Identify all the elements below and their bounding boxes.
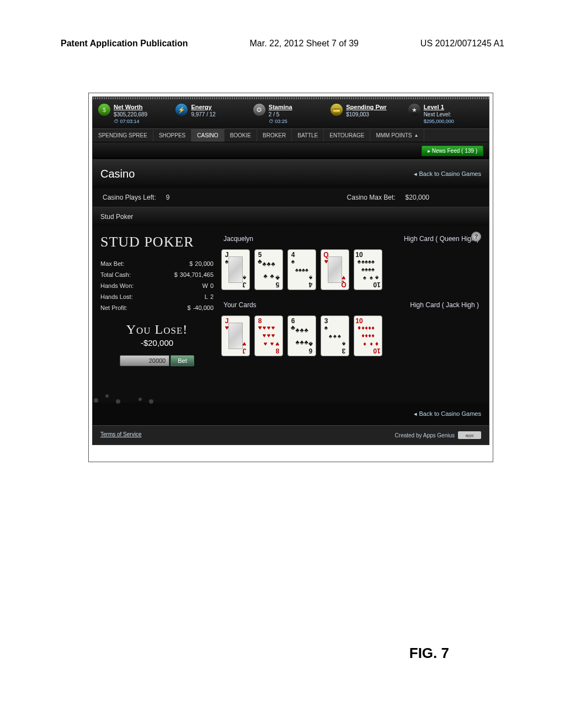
- figure-caption: FIG. 7: [409, 645, 449, 662]
- bottom-bar: Terms of Service Created by Apps Genius …: [93, 425, 489, 445]
- stat-timer: ⏱ 03:25: [269, 119, 292, 124]
- stat-key: Net Profit:: [100, 304, 145, 311]
- opponent-hand-label: Jacquelyn High Card ( Queen High ): [221, 234, 481, 244]
- terms-of-service-link[interactable]: Terms of Service: [100, 431, 141, 439]
- playing-card: 6♣♣♣♣♣♣♣6♣: [287, 315, 316, 356]
- back-to-games-link-bottom[interactable]: ◂ Back to Casino Games: [414, 410, 481, 417]
- nav-tabs: SPENDING SPREESHOPPESCASINOBOOKIEBROKERB…: [93, 129, 489, 142]
- stat-stamina: ✪ Stamina 2 / 5 ⏱ 03:25: [253, 104, 328, 124]
- game-right-panel: Jacquelyn High Card ( Queen High ) J♠J♠5…: [221, 234, 481, 395]
- playing-card: 4♠♠♠♠♠4♠: [287, 249, 316, 290]
- stat-value: $109,003: [346, 111, 386, 117]
- credit-text: Created by Apps Genius apps: [395, 431, 481, 439]
- stat-net-worth: $ Net Worth $305,220,689 ⏱ 07:03:14: [98, 104, 173, 124]
- section-title: Casino: [100, 168, 135, 180]
- tab-broker[interactable]: BROKER: [257, 129, 292, 142]
- playing-card: J♥J♥: [221, 315, 250, 356]
- plays-left-value: 9: [166, 194, 170, 201]
- stat-value: 2 / 5: [269, 111, 292, 117]
- card-corner: J♠: [241, 275, 248, 288]
- stat-key: Total Cash:: [100, 271, 145, 278]
- playing-card: 8♥♥♥♥♥♥♥♥♥8♥: [254, 315, 283, 356]
- tab-battle[interactable]: BATTLE: [292, 129, 324, 142]
- card-corner: 5♣: [274, 275, 281, 288]
- tab-shoppes[interactable]: SHOPPES: [153, 129, 191, 142]
- bet-button[interactable]: Bet: [170, 355, 194, 366]
- decorative-sparkle-icon: [90, 385, 162, 405]
- stat-value: $-40,000: [188, 304, 214, 311]
- playing-card: 10♦♦♦♦♦♦♦♦♦♦♦10♦: [354, 315, 382, 356]
- player-cards: J♥J♥8♥♥♥♥♥♥♥♥♥8♥6♣♣♣♣♣♣♣6♣3♠♠♠♠3♠10♦♦♦♦♦…: [221, 313, 481, 363]
- apps-genius-logo: apps: [458, 431, 481, 439]
- card-pips: ♠♠♠: [328, 324, 342, 348]
- card-corner: J♥: [241, 341, 248, 354]
- stat-label: Spending Pwr: [346, 104, 386, 110]
- playing-card: 5♣♣♣♣♣♣5♣: [254, 249, 283, 290]
- player-hand-label: Your Cards High Card ( Jack High ): [221, 300, 481, 310]
- svg-point-0: [94, 398, 98, 403]
- casino-info-row: Casino Plays Left: 9 Casino Max Bet: $20…: [93, 188, 489, 207]
- tab-bookie[interactable]: BOOKIE: [225, 129, 257, 142]
- tab-casino[interactable]: CASINO: [191, 129, 224, 142]
- stat-value: Next Level:: [424, 111, 454, 117]
- card-pips: ♣♣♣♣♣♣: [295, 324, 308, 348]
- bet-input[interactable]: [120, 355, 169, 366]
- help-icon[interactable]: ?: [471, 232, 481, 242]
- card-corner: 6♣: [307, 341, 314, 354]
- playing-card: 3♠♠♠♠3♠: [321, 315, 349, 356]
- svg-point-3: [138, 398, 142, 401]
- page-header: Patent Application Publication Mar. 22, …: [0, 0, 565, 60]
- opponent-rank: High Card ( Queen High ): [404, 235, 479, 243]
- card-corner: 3♠: [340, 341, 347, 354]
- game-title: Stud Poker: [100, 234, 214, 250]
- publication-label: Patent Application Publication: [61, 39, 188, 49]
- player-name: Your Cards: [223, 301, 257, 309]
- stat-energy: ⚡ Energy 9,977 / 12: [175, 104, 250, 124]
- game-stat-line: Max Bet:$20,000: [100, 258, 214, 269]
- max-bet-value: $20,000: [406, 194, 429, 201]
- playing-card: J♠J♠: [221, 249, 250, 290]
- credit-label: Created by Apps Genius: [395, 432, 455, 438]
- game-stat-line: Hands Won:W0: [100, 280, 214, 291]
- stat-value: L2: [205, 293, 214, 300]
- stat-timer: ⏱ 07:03:14: [114, 119, 147, 124]
- footer-back-row: ◂ Back to Casino Games: [93, 403, 489, 425]
- player-rank: High Card ( Jack High ): [410, 301, 479, 309]
- game-body: ? Stud Poker Max Bet:$20,000Total Cash:$…: [93, 226, 489, 403]
- stat-label: Stamina: [269, 104, 292, 110]
- opponent-name: Jacquelyn: [223, 235, 253, 243]
- stat-bar: $ Net Worth $305,220,689 ⏱ 07:03:14 ⚡ En…: [93, 99, 489, 129]
- result-text: You Lose!: [100, 322, 214, 337]
- game-left-panel: Stud Poker Max Bet:$20,000Total Cash:$30…: [100, 234, 214, 395]
- sub-header: Stud Poker: [93, 207, 489, 226]
- section-header: Casino ◂ Back to Casino Games: [93, 159, 489, 188]
- tab-mmm-points[interactable]: MMM POINTS▲: [370, 129, 424, 142]
- stat-level: ★ Level 1 Next Level: $295,000,000: [408, 104, 483, 124]
- card-corner: 8♥: [274, 341, 281, 354]
- sheet-label: Mar. 22, 2012 Sheet 7 of 39: [249, 39, 358, 49]
- level-icon: ★: [408, 104, 420, 116]
- card-corner: Q♥: [340, 275, 347, 288]
- stat-next: $295,000,000: [424, 119, 454, 124]
- stat-label: Net Worth: [114, 104, 147, 110]
- back-to-games-link[interactable]: ◂ Back to Casino Games: [414, 170, 481, 178]
- game-screenshot: $ Net Worth $305,220,689 ⏱ 07:03:14 ⚡ En…: [92, 97, 489, 445]
- stat-key: Max Bet:: [100, 260, 145, 267]
- stat-value: $20,000: [189, 260, 214, 267]
- stat-value: $304,701,465: [174, 271, 214, 278]
- points-up-icon: ▲: [414, 133, 418, 138]
- stat-spending: 💳 Spending Pwr $109,003: [331, 104, 406, 124]
- tab-spending-spree[interactable]: SPENDING SPREE: [93, 129, 153, 142]
- playing-card: Q♥Q♥: [321, 249, 349, 290]
- stat-label: Level 1: [424, 104, 454, 110]
- tab-entourage[interactable]: ENTOURAGE: [324, 129, 370, 142]
- card-pips: ♠♠♠♠♠♠♠♠♠♠: [361, 258, 375, 282]
- max-bet-label: Casino Max Bet:: [347, 194, 396, 201]
- result-amount: -$20,000: [100, 338, 214, 347]
- news-feed-button[interactable]: ▸ News Feed ( 139 ): [422, 146, 483, 156]
- figure-frame: $ Net Worth $305,220,689 ⏱ 07:03:14 ⚡ En…: [88, 93, 493, 462]
- energy-icon: ⚡: [175, 104, 188, 116]
- card-pips: ♦♦♦♦♦♦♦♦♦♦: [361, 324, 375, 348]
- card-pips: ♠♠♠♠: [295, 258, 308, 282]
- stat-key: Hands Lost:: [100, 293, 145, 300]
